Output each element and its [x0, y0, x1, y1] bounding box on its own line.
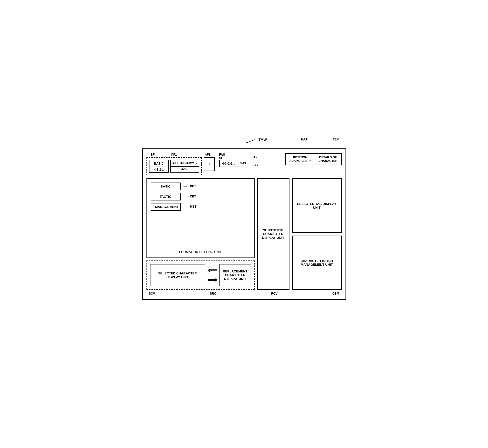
tactic-button-row: TACTIC — CBT [151, 193, 250, 200]
substitute-character-display-unit: SUBSTITUTE CHARACTER DISPLAY UNIT [257, 178, 289, 290]
bbt-label: BBT [190, 185, 196, 188]
left-column: BASIC — BBT TACTIC — CBT MANAGEMENT — [146, 178, 255, 290]
scv-label: SCV [149, 292, 155, 295]
close-icon[interactable]: x [196, 162, 197, 165]
bottom-dashed-section: SELECTED CHARACTER DISPLAY UNIT ⟸ ⟹ REPL… [146, 260, 255, 290]
right-column: SELECTED TAB DISPLAY UNIT CHARACTER BATC… [292, 178, 342, 290]
fms-triangle-icon: ▽ [233, 162, 235, 165]
tmw-label: TMW [259, 138, 267, 142]
basic-button-row: BASIC — BBT [151, 183, 250, 190]
formation-title: FORMATION SETTING UNIT [179, 250, 222, 254]
cbm-label: CBM [332, 292, 339, 295]
rcv-label: RCV [271, 292, 277, 295]
selected-tab-display-unit: SELECTED TAB DISPLAY UNIT [292, 178, 342, 233]
fms-label: FMS [239, 162, 246, 165]
bf-label: BF [151, 153, 155, 156]
fms-value: 4-3-2-1 [222, 162, 233, 165]
fau-label: FAU [219, 153, 225, 156]
svg-marker-1 [246, 142, 248, 143]
fms-input[interactable]: 4-3-2-1 ▽ [219, 160, 239, 167]
scs-label: SCS [252, 163, 258, 167]
top-area: BF PF1 BASIC 4-3-2-1 PRELIMINARY1 x 4- [146, 153, 342, 175]
cdt-label: CDT [333, 137, 340, 141]
middle-section: BASIC — BBT TACTIC — CBT MANAGEMENT — [146, 178, 342, 290]
add-tab-button[interactable]: + [204, 157, 215, 171]
selected-character-display-unit: SELECTED CHARACTER DISPLAY UNIT [150, 264, 205, 286]
mbt-label: MBT [190, 205, 197, 208]
src-label: SRC [210, 292, 216, 295]
basic-formation-button[interactable]: BASIC [151, 183, 181, 190]
main-diagram-box: BF PF1 BASIC 4-3-2-1 PRELIMINARY1 x 4- [142, 148, 346, 300]
bottom-labels-row: SCV SRC RCV CBM [146, 292, 342, 295]
character-batch-management-unit: CHARACTER BATCH MANAGEMENT UNIT [292, 236, 342, 290]
preliminary1-tab-label: PRELIMINARY1 [172, 162, 195, 165]
replacement-character-display-unit: REPLACEMENT CHARACTER DISPLAY UNIT [219, 264, 251, 286]
sf-label: SF [219, 156, 223, 160]
management-button-row: MANAGEMENT — MBT [151, 203, 250, 211]
afb-label: AFB [205, 153, 211, 156]
management-formation-button[interactable]: MANAGEMENT [151, 203, 181, 211]
cbt-label: CBT [190, 195, 196, 198]
pf1-label: PF1 [171, 153, 177, 156]
stv-label: STV [252, 155, 258, 159]
pat-label: PAT [301, 137, 308, 141]
formation-setting-unit: BASIC — BBT TACTIC — CBT MANAGEMENT — [146, 178, 255, 258]
right-arrow-icon: ⟹ [208, 276, 217, 284]
preliminary1-code: 4-3-3 [171, 167, 199, 172]
middle-column: SUBSTITUTE CHARACTER DISPLAY UNIT [257, 178, 289, 290]
svg-line-0 [247, 139, 255, 143]
details-of-character-box: DETAILS OF CHARACTER [315, 154, 341, 165]
top-right-boxes: POSITION ADAPTABILITY DETAILS OF CHARACT… [285, 153, 342, 165]
basic-tab[interactable]: BASIC [149, 160, 168, 167]
arrows-column: ⟸ ⟹ [208, 266, 217, 284]
left-arrow-icon: ⟸ [208, 266, 217, 274]
basic-code: 4-3-2-1 [149, 167, 168, 172]
tactic-formation-button[interactable]: TACTIC [151, 193, 181, 200]
position-adaptability-box: POSITION ADAPTABILITY [286, 154, 315, 165]
